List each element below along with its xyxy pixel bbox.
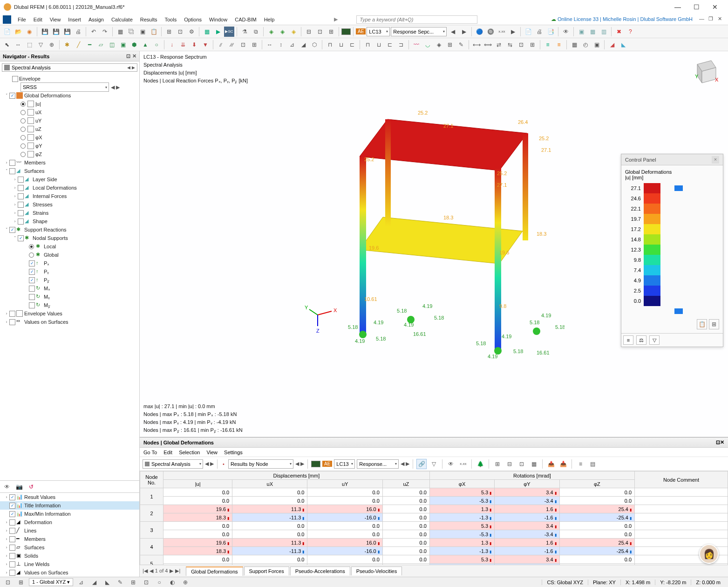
checkbox[interactable] bbox=[9, 168, 15, 174]
table-menu-settings[interactable]: Settings bbox=[224, 450, 243, 455]
tree-nodal[interactable]: Nodal Supports bbox=[33, 235, 68, 241]
load-icon[interactable]: ↓ bbox=[167, 40, 177, 50]
prev-lc-icon[interactable]: ◀ bbox=[448, 27, 458, 37]
menu-assign[interactable]: Assign bbox=[85, 15, 108, 24]
checkbox[interactable] bbox=[18, 177, 24, 183]
tree-envvals[interactable]: Envelope Values bbox=[24, 311, 62, 316]
s5-icon[interactable]: ⊞ bbox=[128, 577, 138, 587]
table-cat-select[interactable]: Spectral Analysis bbox=[143, 459, 203, 469]
box3-icon[interactable]: ▥ bbox=[599, 27, 609, 37]
member-icon[interactable]: ━ bbox=[84, 40, 95, 50]
tree-shape[interactable]: Shape bbox=[33, 218, 48, 224]
grid3-icon[interactable]: ⊡ bbox=[517, 459, 527, 469]
a2-icon[interactable]: ⟺ bbox=[483, 40, 493, 50]
table-menu-selection[interactable]: Selection bbox=[179, 450, 200, 455]
diag4-icon[interactable]: ⊞ bbox=[445, 40, 455, 50]
menu-options[interactable]: Options bbox=[180, 15, 205, 24]
print-graphic-icon[interactable]: 🖨 bbox=[534, 27, 544, 37]
loadcase-select[interactable]: LC13 bbox=[367, 27, 390, 36]
load2-icon[interactable]: ⇊ bbox=[178, 40, 188, 50]
tree-maxmin[interactable]: Max/Min Information bbox=[24, 511, 71, 517]
min-marker[interactable] bbox=[674, 308, 683, 314]
sync-icon[interactable]: 🔗 bbox=[416, 459, 427, 469]
menu-view[interactable]: View bbox=[46, 15, 65, 24]
move-icon[interactable]: ↔ bbox=[13, 40, 23, 50]
diag5-icon[interactable]: ✎ bbox=[456, 40, 466, 50]
tree-members2[interactable]: Members bbox=[24, 536, 46, 542]
animate-icon[interactable]: ▶ bbox=[508, 27, 518, 37]
menu-tools[interactable]: Tools bbox=[161, 15, 180, 24]
checkbox[interactable] bbox=[18, 185, 24, 191]
checkbox[interactable] bbox=[29, 302, 35, 308]
ext3-icon[interactable]: ⊏ bbox=[347, 40, 357, 50]
cp-tab1[interactable]: ≡ bbox=[623, 335, 633, 345]
script-icon[interactable]: ⧉ bbox=[251, 27, 261, 37]
mdi-close-icon[interactable]: ✕ bbox=[718, 16, 725, 23]
c3-icon[interactable]: ▣ bbox=[592, 40, 602, 50]
load3-icon[interactable]: ⬇ bbox=[189, 40, 199, 50]
support-icon[interactable]: ▲ bbox=[140, 40, 150, 50]
legend-settings-icon[interactable]: ⊞ bbox=[709, 319, 719, 329]
table-icon[interactable]: ▣ bbox=[137, 27, 148, 37]
menu-help[interactable]: Help bbox=[260, 15, 279, 24]
iso1-icon[interactable]: ◢ bbox=[607, 40, 617, 50]
calc-icon[interactable]: ⚙ bbox=[186, 27, 197, 37]
expand-icon[interactable]: › bbox=[12, 177, 18, 182]
a1-icon[interactable]: ⟷ bbox=[471, 40, 482, 50]
res3-icon[interactable]: ⊏ bbox=[385, 40, 395, 50]
cp-tab2[interactable]: ⚖ bbox=[636, 335, 646, 345]
tree-support[interactable]: Support Reactions bbox=[24, 227, 67, 232]
checkbox[interactable]: ✓ bbox=[9, 227, 15, 233]
clip-icon[interactable]: ⊡ bbox=[315, 27, 325, 37]
expand-icon[interactable]: ˅ bbox=[4, 93, 9, 98]
radio[interactable] bbox=[20, 118, 26, 123]
tree-u[interactable]: |u| bbox=[35, 101, 41, 107]
tree-px[interactable]: Pₓ bbox=[44, 260, 49, 266]
printout-icon[interactable]: 📑 bbox=[545, 27, 556, 37]
results-nav-icon[interactable]: 🔘 bbox=[485, 27, 496, 37]
save-all-icon[interactable]: 💾 bbox=[51, 27, 61, 37]
expand-icon[interactable]: ˅ bbox=[4, 169, 9, 173]
menu-cadbim[interactable]: CAD-BIM bbox=[231, 15, 260, 24]
pin-icon[interactable]: ⊡ bbox=[716, 439, 720, 445]
tree-strains[interactable]: Strains bbox=[33, 210, 48, 216]
table-lc-select[interactable]: LC13 bbox=[334, 459, 355, 469]
print-icon[interactable]: 🖨 bbox=[73, 27, 83, 37]
g2-icon[interactable]: ≡ bbox=[554, 40, 564, 50]
hinge-icon[interactable]: ○ bbox=[151, 40, 162, 50]
load4-icon[interactable]: ▼ bbox=[200, 40, 211, 50]
loadcase-desc-select[interactable]: Response Sepc... bbox=[391, 27, 447, 36]
res4-icon[interactable]: ⊐ bbox=[396, 40, 406, 50]
tree-my[interactable]: Mᵧ bbox=[44, 294, 50, 300]
help-icon[interactable]: ? bbox=[625, 27, 635, 37]
dim1-icon[interactable]: ↔ bbox=[265, 40, 275, 50]
surface-icon[interactable]: ▱ bbox=[95, 40, 106, 50]
view2-icon[interactable]: ⊞ bbox=[326, 27, 336, 37]
g1-icon[interactable]: ≡ bbox=[543, 40, 553, 50]
node-icon[interactable]: ✱ bbox=[62, 40, 72, 50]
tree-phiy[interactable]: φY bbox=[35, 143, 42, 149]
snap-icon[interactable]: ⊡ bbox=[3, 577, 13, 587]
table-lcdesc-select[interactable]: Response... bbox=[357, 459, 399, 469]
ext1-icon[interactable]: ⊓ bbox=[325, 40, 335, 50]
tree-title-info[interactable]: Title Information bbox=[24, 503, 61, 508]
max-marker[interactable] bbox=[674, 185, 683, 191]
assistant-avatar[interactable]: 👩 bbox=[699, 544, 719, 564]
units-icon[interactable]: ⊡ bbox=[175, 27, 185, 37]
set-icon[interactable]: ⬢ bbox=[129, 40, 139, 50]
col-node[interactable]: Node No. bbox=[140, 471, 163, 488]
cancel-icon[interactable]: ✖ bbox=[614, 27, 624, 37]
col2-icon[interactable]: ▤ bbox=[587, 459, 598, 469]
tree-stresses[interactable]: Stresses bbox=[33, 202, 53, 207]
line-icon[interactable]: ╱ bbox=[73, 40, 83, 50]
s8-icon[interactable]: ◐ bbox=[167, 577, 177, 587]
dim3-icon[interactable]: ⊿ bbox=[287, 40, 297, 50]
grid-icon[interactable]: ⊞ bbox=[164, 27, 174, 37]
table-menu-goto[interactable]: Go To bbox=[143, 450, 157, 455]
opening-icon[interactable]: ◫ bbox=[107, 40, 117, 50]
checkbox[interactable] bbox=[9, 160, 15, 166]
tree-valsurf2[interactable]: Values on Surfaces bbox=[24, 570, 68, 575]
checkbox[interactable] bbox=[29, 286, 35, 292]
save-as-icon[interactable]: 💾 bbox=[62, 27, 72, 37]
color-swatch[interactable] bbox=[311, 461, 320, 467]
